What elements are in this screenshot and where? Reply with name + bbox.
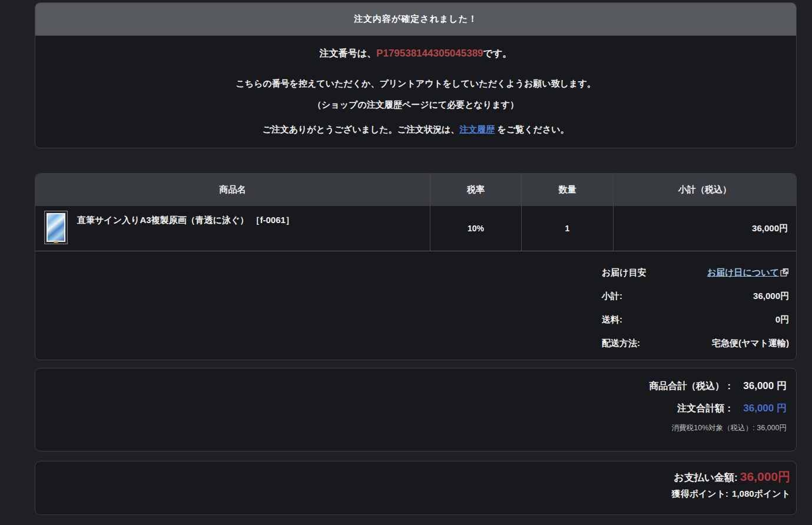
header-tax-rate: 税率 (430, 174, 521, 206)
subtotal-label: 小計: (602, 291, 622, 302)
payment-amount-value: 36,000円 (740, 470, 790, 483)
header-product-name: 商品名 (35, 174, 430, 206)
confirmation-body: 注文番号は、P179538144305045389です。 こちらの番号を控えてい… (35, 48, 796, 135)
page: 注文内容が確定されました！ 注文番号は、P179538144305045389で… (0, 0, 812, 515)
shipping-method-label: 配送方法: (602, 338, 640, 349)
external-link-icon (780, 268, 789, 278)
order-total-value: 36,000 円 (743, 403, 787, 414)
confirmation-title: 注文内容が確定されました！ (354, 14, 478, 25)
order-total-row: 注文合計額：36,000 円 (35, 401, 787, 415)
items-total-label: 商品合計（税込）： (649, 381, 734, 391)
shipping-amount: 0円 (775, 314, 789, 325)
subtotal-value: 36,000円 (613, 206, 796, 251)
order-summary-block: お届け目安 お届け日について 小計: 36,000円 送料: 0円 配送方法: … (35, 251, 796, 358)
order-number-prefix: 注文番号は、 (320, 48, 376, 58)
product-cell: 直筆サイン入りA3複製原画（青透に泳ぐ） ［f-0061］ (35, 206, 430, 251)
totals-panel: 商品合計（税込）：36,000 円 注文合計額：36,000 円 消費税10%対… (35, 368, 797, 451)
thumbnail-nameplate (54, 241, 58, 243)
delivery-estimate-value: お届け日について (707, 267, 789, 278)
header-quantity: 数量 (521, 174, 613, 206)
history-page-note: （ショップの注文履歴ページにて必要となります） (35, 99, 796, 111)
product-name: 直筆サイン入りA3複製原画（青透に泳ぐ） ［f-0061］ (77, 214, 294, 226)
tax-rate-value: 10% (430, 206, 521, 251)
payment-panel: お支払い金額:36,000円 獲得ポイント:1,080ポイント (35, 461, 797, 515)
confirmation-title-bar: 注文内容が確定されました！ (35, 3, 796, 36)
thanks-prefix: ご注文ありがとうございました。ご注文状況は、 (262, 124, 459, 134)
shipping-method-row: 配送方法: 宅急便(ヤマト運輸) (602, 335, 789, 352)
delivery-date-link[interactable]: お届け日について (707, 267, 789, 278)
thumbnail-mat (47, 213, 65, 242)
product-thumbnail (44, 211, 68, 244)
subtotal-row: 小計: 36,000円 (602, 288, 789, 305)
delivery-estimate-label: お届け目安 (602, 267, 647, 278)
order-number: P179538144305045389 (376, 48, 483, 59)
order-number-line: 注文番号は、P179538144305045389です。 (35, 48, 796, 60)
thumbnail-artwork (48, 214, 64, 241)
table-row: 直筆サイン入りA3複製原画（青透に泳ぐ） ［f-0061］ 10% 1 36,0… (35, 206, 796, 251)
tax-note: 消費税10%対象（税込）: 36,000円 (35, 423, 787, 433)
earned-points-label: 獲得ポイント: (672, 489, 728, 499)
earned-points-row: 獲得ポイント:1,080ポイント (35, 489, 790, 500)
confirmation-panel: 注文内容が確定されました！ 注文番号は、P179538144305045389で… (35, 2, 797, 148)
order-number-suffix: です。 (483, 48, 512, 58)
shipping-row: 送料: 0円 (602, 311, 789, 328)
shipping-method-value: 宅急便(ヤマト運輸) (712, 338, 789, 349)
items-total-value: 36,000 円 (743, 380, 787, 391)
items-total-row: 商品合計（税込）：36,000 円 (35, 379, 787, 393)
header-subtotal: 小計（税込） (613, 174, 796, 206)
earned-points-value: 1,080ポイント (732, 489, 790, 499)
keep-number-note: こちらの番号を控えていただくか、プリントアウトをしていただくようお願い致します。 (35, 78, 796, 89)
delivery-estimate-row: お届け目安 お届け日について (602, 264, 789, 281)
payment-amount-label: お支払い金額: (674, 472, 737, 483)
shipping-label: 送料: (602, 314, 622, 325)
order-history-link[interactable]: 注文履歴 (459, 124, 495, 134)
thanks-suffix: をご覧ください。 (495, 124, 569, 134)
order-items-panel: 商品名 税率 数量 小計（税込） 直筆サイン入りA3複製原画（青透に泳ぐ） ［f… (35, 173, 797, 360)
quantity-value: 1 (521, 206, 613, 251)
payment-amount-row: お支払い金額:36,000円 (35, 468, 790, 485)
thanks-line: ご注文ありがとうございました。ご注文状況は、注文履歴 をご覧ください。 (35, 124, 796, 135)
delivery-date-link-label: お届け日について (707, 267, 779, 278)
order-total-label: 注文合計額： (677, 403, 734, 413)
subtotal-amount: 36,000円 (753, 291, 789, 302)
table-header-row: 商品名 税率 数量 小計（税込） (35, 174, 796, 206)
